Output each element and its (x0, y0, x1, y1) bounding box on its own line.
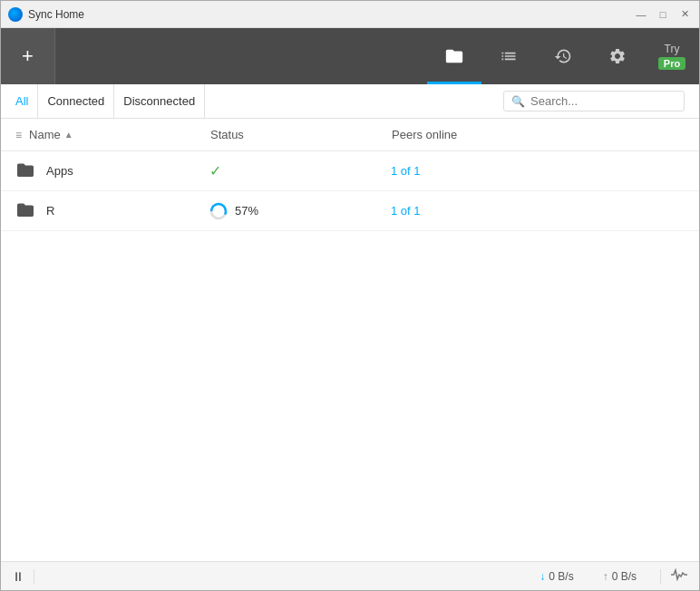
search-input[interactable] (530, 94, 676, 108)
toolbar-nav (427, 28, 645, 84)
download-icon: ↓ (540, 570, 545, 583)
filter-disconnected-tab[interactable]: Disconnected (114, 84, 205, 118)
row-status: 57% (209, 202, 391, 220)
activity-button[interactable] (670, 568, 688, 584)
table-row[interactable]: R 57% 1 of 1 (1, 191, 699, 231)
upload-speed: ↑ 0 B/s (603, 570, 637, 583)
transfers-icon (500, 47, 518, 65)
try-label: Try (665, 43, 680, 55)
statusbar-separator2 (660, 569, 661, 584)
upload-speed-value: 0 B/s (612, 570, 637, 583)
filterbar: All Connected Disconnected 🔍 (1, 84, 699, 119)
nav-transfers-button[interactable] (481, 28, 536, 84)
activity-icon (670, 568, 688, 581)
history-icon (554, 47, 572, 65)
folder-icon (15, 160, 35, 181)
statusbar: ⏸ ↓ 0 B/s ↑ 0 B/s (1, 561, 699, 590)
search-icon: 🔍 (511, 95, 525, 108)
add-button[interactable]: + (1, 28, 55, 84)
download-speed: ↓ 0 B/s (540, 570, 573, 583)
download-speed-value: 0 B/s (549, 570, 573, 583)
row-name: Apps (46, 164, 209, 178)
close-button[interactable]: ✕ (677, 7, 692, 22)
minimize-button[interactable]: — (634, 7, 648, 22)
table-body: Apps ✓ 1 of 1 R 57% 1 of 1 (1, 151, 699, 231)
table-row[interactable]: Apps ✓ 1 of 1 (1, 151, 699, 191)
filter-connected-tab[interactable]: Connected (38, 84, 114, 118)
titlebar-title: Sync Home (28, 8, 634, 21)
nav-folders-button[interactable] (427, 28, 481, 84)
row-name: R (46, 204, 209, 218)
filter-all-tab[interactable]: All (15, 84, 38, 118)
pro-badge: Pro (658, 57, 685, 70)
window-controls: — □ ✕ (634, 7, 692, 22)
nav-history-button[interactable] (536, 28, 590, 84)
upload-icon: ↑ (603, 570, 608, 583)
search-box: 🔍 (503, 91, 685, 111)
row-peers: 1 of 1 (391, 204, 685, 218)
progress-circle (209, 202, 228, 220)
progress-text: 57% (235, 204, 258, 218)
app-icon (8, 7, 23, 22)
row-status: ✓ (209, 162, 391, 179)
row-peers: 1 of 1 (391, 164, 685, 178)
sort-icon[interactable]: ≡ (15, 129, 22, 141)
gear-icon (608, 47, 627, 65)
folder-icon (444, 46, 464, 66)
statusbar-separator (34, 569, 34, 584)
col-peers-header: Peers online (392, 128, 685, 141)
col-status-header: Status (210, 128, 392, 141)
titlebar: Sync Home — □ ✕ (1, 1, 699, 28)
try-pro-button[interactable]: Try Pro (645, 28, 699, 84)
toolbar-spacer (55, 28, 427, 84)
toolbar: + Try Pro (1, 28, 699, 84)
maximize-button[interactable]: □ (656, 7, 670, 22)
pause-button[interactable]: ⏸ (12, 569, 24, 584)
status-synced-icon: ✓ (209, 162, 221, 179)
folder-icon (15, 200, 35, 221)
col-name-header: Name ▲ (29, 128, 210, 141)
table-header: ≡ Name ▲ Status Peers online (1, 119, 699, 151)
sort-arrow-icon: ▲ (64, 130, 73, 140)
nav-settings-button[interactable] (590, 28, 645, 84)
